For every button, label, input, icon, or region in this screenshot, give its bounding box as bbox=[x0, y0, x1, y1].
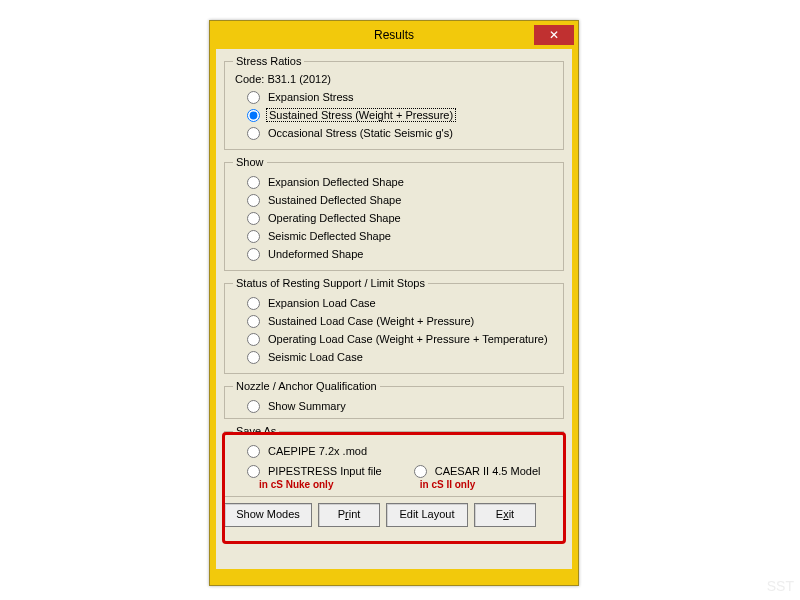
lbl-edit-layout: Edit Layout bbox=[399, 508, 454, 520]
opt-seis-lc[interactable]: Seismic Load Case bbox=[247, 349, 555, 365]
lbl-show-modes: Show Modes bbox=[236, 508, 300, 520]
lbl-caepipe: CAEPIPE 7.2x .mod bbox=[266, 445, 369, 457]
show-modes-button[interactable]: Show Modes bbox=[224, 503, 312, 527]
opt-undef[interactable]: Undeformed Shape bbox=[247, 246, 555, 262]
legend-status: Status of Resting Support / Limit Stops bbox=[233, 277, 428, 289]
lbl-show-summary: Show Summary bbox=[266, 400, 348, 412]
edit-layout-button[interactable]: Edit Layout bbox=[386, 503, 468, 527]
opt-pipestress[interactable]: PIPESTRESS Input file bbox=[247, 463, 384, 479]
group-save-as: Save As CAEPIPE 7.2x .mod PIPESTRESS Inp… bbox=[224, 425, 564, 497]
radio-caesar[interactable] bbox=[414, 465, 427, 478]
lbl-op-defl: Operating Deflected Shape bbox=[266, 212, 403, 224]
opt-sus-lc[interactable]: Sustained Load Case (Weight + Pressure) bbox=[247, 313, 555, 329]
radio-sus-defl[interactable] bbox=[247, 194, 260, 207]
radio-op-lc[interactable] bbox=[247, 333, 260, 346]
lbl-sus-lc: Sustained Load Case (Weight + Pressure) bbox=[266, 315, 476, 327]
lbl-exp-defl: Expansion Deflected Shape bbox=[266, 176, 406, 188]
opt-sus-defl[interactable]: Sustained Deflected Shape bbox=[247, 192, 555, 208]
annot-csii: in cS II only bbox=[420, 479, 543, 490]
legend-stress-ratios: Stress Ratios bbox=[233, 55, 304, 67]
opt-exp-lc[interactable]: Expansion Load Case bbox=[247, 295, 555, 311]
opt-occasional-stress[interactable]: Occasional Stress (Static Seismic g's) bbox=[247, 125, 555, 141]
lbl-caesar: CAESAR II 4.5 Model bbox=[433, 465, 543, 477]
group-show: Show Expansion Deflected Shape Sustained… bbox=[224, 156, 564, 271]
group-nozzle: Nozzle / Anchor Qualification Show Summa… bbox=[224, 380, 564, 419]
watermark: SST bbox=[767, 578, 794, 594]
radio-exp-lc[interactable] bbox=[247, 297, 260, 310]
opt-exp-defl[interactable]: Expansion Deflected Shape bbox=[247, 174, 555, 190]
opt-op-lc[interactable]: Operating Load Case (Weight + Pressure +… bbox=[247, 331, 555, 347]
opt-sustained-stress[interactable]: Sustained Stress (Weight + Pressure) bbox=[247, 107, 555, 123]
code-label: Code: B31.1 (2012) bbox=[235, 73, 555, 85]
lbl-print-pre: P bbox=[338, 508, 345, 520]
lbl-op-lc: Operating Load Case (Weight + Pressure +… bbox=[266, 333, 550, 345]
radio-pipestress[interactable] bbox=[247, 465, 260, 478]
radio-seis-lc[interactable] bbox=[247, 351, 260, 364]
radio-show-summary[interactable] bbox=[247, 400, 260, 413]
radio-sus-lc[interactable] bbox=[247, 315, 260, 328]
opt-caesar[interactable]: CAESAR II 4.5 Model bbox=[414, 463, 543, 479]
lbl-seis-defl: Seismic Deflected Shape bbox=[266, 230, 393, 242]
group-stress-ratios: Stress Ratios Code: B31.1 (2012) Expansi… bbox=[224, 55, 564, 150]
legend-nozzle: Nozzle / Anchor Qualification bbox=[233, 380, 380, 392]
opt-seis-defl[interactable]: Seismic Deflected Shape bbox=[247, 228, 555, 244]
window-title: Results bbox=[374, 21, 414, 49]
titlebar: Results ✕ bbox=[210, 21, 578, 49]
group-status: Status of Resting Support / Limit Stops … bbox=[224, 277, 564, 374]
results-dialog: Results ✕ Stress Ratios Code: B31.1 (201… bbox=[209, 20, 579, 586]
exit-button[interactable]: Exit bbox=[474, 503, 536, 527]
radio-caepipe[interactable] bbox=[247, 445, 260, 458]
opt-op-defl[interactable]: Operating Deflected Shape bbox=[247, 210, 555, 226]
print-button[interactable]: Print bbox=[318, 503, 380, 527]
lbl-expansion-stress: Expansion Stress bbox=[266, 91, 356, 103]
radio-exp-defl[interactable] bbox=[247, 176, 260, 189]
opt-expansion-stress[interactable]: Expansion Stress bbox=[247, 89, 555, 105]
dialog-body: Stress Ratios Code: B31.1 (2012) Expansi… bbox=[216, 49, 572, 569]
opt-show-summary[interactable]: Show Summary bbox=[247, 398, 555, 414]
lbl-exp-lc: Expansion Load Case bbox=[266, 297, 378, 309]
lbl-exit-post: it bbox=[509, 508, 515, 520]
lbl-sustained-stress: Sustained Stress (Weight + Pressure) bbox=[266, 108, 456, 122]
lbl-pipestress: PIPESTRESS Input file bbox=[266, 465, 384, 477]
lbl-sus-defl: Sustained Deflected Shape bbox=[266, 194, 403, 206]
lbl-occasional-stress: Occasional Stress (Static Seismic g's) bbox=[266, 127, 455, 139]
annot-nuke: in cS Nuke only bbox=[259, 479, 384, 490]
lbl-undef: Undeformed Shape bbox=[266, 248, 365, 260]
legend-show: Show bbox=[233, 156, 267, 168]
lbl-seis-lc: Seismic Load Case bbox=[266, 351, 365, 363]
button-bar: Show Modes Print Edit Layout Exit bbox=[224, 503, 564, 527]
lbl-print-post: int bbox=[349, 508, 361, 520]
radio-expansion-stress[interactable] bbox=[247, 91, 260, 104]
radio-op-defl[interactable] bbox=[247, 212, 260, 225]
legend-save-as: Save As bbox=[233, 425, 279, 437]
close-icon: ✕ bbox=[549, 28, 559, 42]
radio-undef[interactable] bbox=[247, 248, 260, 261]
radio-occasional-stress[interactable] bbox=[247, 127, 260, 140]
opt-caepipe[interactable]: CAEPIPE 7.2x .mod bbox=[247, 443, 555, 459]
radio-sustained-stress[interactable] bbox=[247, 109, 260, 122]
radio-seis-defl[interactable] bbox=[247, 230, 260, 243]
close-button[interactable]: ✕ bbox=[534, 25, 574, 45]
